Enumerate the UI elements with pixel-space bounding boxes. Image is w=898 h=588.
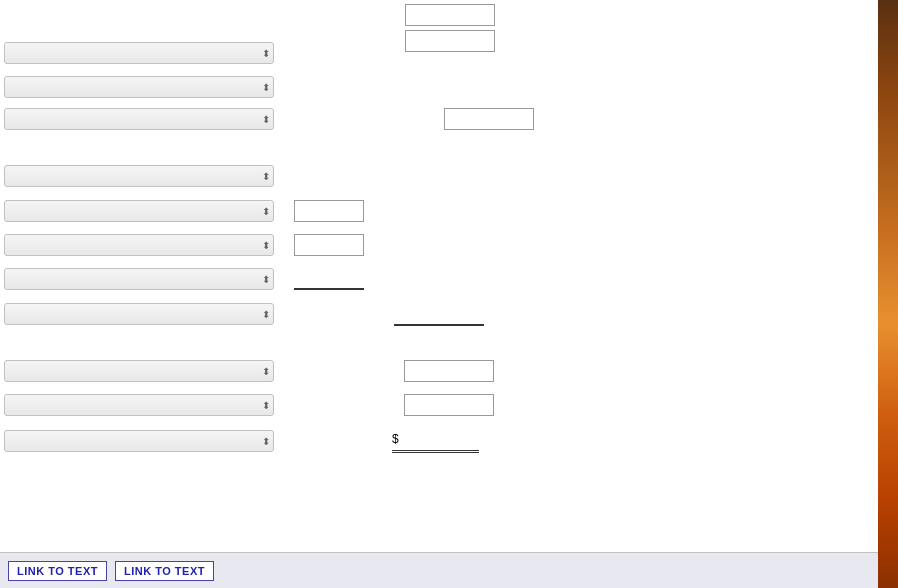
input-field-7[interactable] — [394, 302, 484, 324]
select-2[interactable] — [4, 76, 274, 98]
input-field-3[interactable] — [444, 108, 534, 130]
link-to-text-button-2[interactable]: LINK TO TEXT — [115, 561, 214, 581]
select-4[interactable] — [4, 165, 274, 187]
link-to-text-button-1[interactable]: LINK TO TEXT — [8, 561, 107, 581]
currency-input[interactable] — [399, 428, 479, 450]
select-10[interactable] — [4, 394, 274, 416]
select-7[interactable] — [4, 268, 274, 290]
select-5[interactable] — [4, 200, 274, 222]
input-field-9[interactable] — [404, 394, 494, 416]
input-field-8[interactable] — [404, 360, 494, 382]
select-8[interactable] — [4, 303, 274, 325]
input-field-1[interactable] — [405, 4, 495, 26]
footer-bar: LINK TO TEXT LINK TO TEXT — [0, 552, 878, 588]
input-field-5[interactable] — [294, 234, 364, 256]
input-field-2[interactable] — [405, 30, 495, 52]
input-field-4[interactable] — [294, 200, 364, 222]
select-9[interactable] — [4, 360, 274, 382]
currency-symbol: $ — [392, 432, 399, 446]
input-field-6[interactable] — [294, 268, 364, 290]
select-3[interactable] — [4, 108, 274, 130]
select-6[interactable] — [4, 234, 274, 256]
select-11[interactable] — [4, 430, 274, 452]
right-decoration-panel — [878, 0, 898, 588]
select-1[interactable] — [4, 42, 274, 64]
